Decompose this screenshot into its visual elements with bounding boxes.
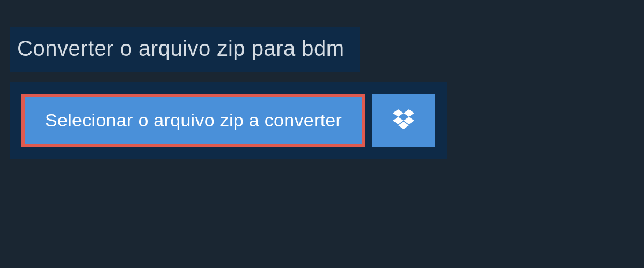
dropbox-icon [393,109,414,132]
select-file-button[interactable]: Selecionar o arquivo zip a converter [21,94,365,147]
title-panel: Converter o arquivo zip para bdm [10,27,360,72]
dropbox-button[interactable] [372,94,435,147]
action-panel: Selecionar o arquivo zip a converter [10,82,447,159]
page-title: Converter o arquivo zip para bdm [17,36,345,61]
main-container: Converter o arquivo zip para bdm Selecio… [0,0,644,159]
select-file-label: Selecionar o arquivo zip a converter [45,110,342,131]
